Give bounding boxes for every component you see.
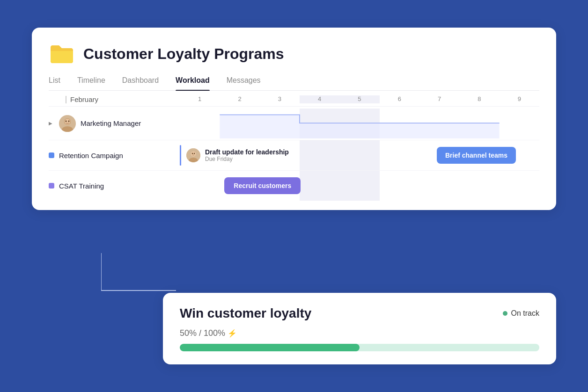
row-label-spacer: February	[49, 95, 180, 103]
workload-grid: February 1 2 3 4 5 6 7 8 9 ▶	[49, 91, 539, 201]
workload-chart	[180, 109, 539, 138]
date-9: 9	[500, 95, 539, 103]
brief-channel-teams-button[interactable]: Brief channel teams	[437, 147, 516, 164]
progress-bar-track	[180, 344, 539, 351]
row-label-marketing: ▶ Marketing Manager	[49, 115, 180, 132]
task-draft-title: Draft update for leadership	[205, 148, 289, 156]
svg-point-10	[194, 153, 195, 154]
loyalty-title: Win customer loyalty	[180, 306, 311, 321]
date-7: 7	[419, 95, 459, 103]
date-2: 2	[220, 95, 259, 103]
date-5: 5	[339, 95, 379, 103]
tab-timeline[interactable]: Timeline	[77, 76, 105, 90]
on-track-label: On track	[511, 309, 539, 318]
task-draft-sub: Due Friday	[205, 156, 289, 162]
outer-wrapper: Customer Loyalty Programs List Timeline …	[18, 14, 570, 378]
progress-label: 50% / 100% ⚡	[180, 328, 539, 338]
loyalty-card: Win customer loyalty On track 50% / 100%…	[163, 293, 556, 364]
csat-dot	[49, 183, 54, 189]
progress-current: 50%	[180, 328, 197, 338]
retention-dates-area: Draft update for leadership Due Friday B…	[180, 140, 539, 170]
retention-divider	[180, 145, 181, 166]
csat-training-label: CSAT Training	[59, 182, 104, 190]
folder-icon	[49, 43, 75, 65]
row-csat-training: CSAT Training Recruit customers	[49, 171, 539, 201]
dates-header: 1 2 3 4 5 6 7 8 9	[180, 95, 539, 103]
on-track-badge: On track	[503, 309, 539, 318]
retention-dot	[49, 152, 54, 158]
progress-bar-fill	[180, 344, 360, 351]
row-label-csat: CSAT Training	[49, 182, 180, 190]
row-marketing-manager: ▶ Marketing Manager	[49, 107, 539, 140]
date-8: 8	[459, 95, 499, 103]
marketing-dates-area	[180, 109, 539, 138]
retention-campaign-label: Retention Campaign	[59, 152, 123, 160]
row-label-retention: Retention Campaign	[49, 152, 180, 160]
svg-point-7	[191, 152, 196, 157]
date-4: 4	[300, 95, 339, 103]
loyalty-card-header: Win customer loyalty On track	[180, 306, 539, 321]
month-divider	[66, 96, 66, 103]
page-title: Customer Loyalty Programs	[83, 45, 284, 63]
csat-dates-area: Recruit customers	[180, 171, 539, 201]
progress-total: 100%	[204, 328, 225, 338]
svg-point-5	[68, 120, 70, 122]
task-draft-update[interactable]: Draft update for leadership Due Friday	[186, 148, 289, 162]
date-6: 6	[380, 95, 419, 103]
recruit-customers-button[interactable]: Recruit customers	[224, 177, 301, 194]
chevron-icon[interactable]: ▶	[49, 121, 52, 126]
on-track-dot	[503, 311, 507, 316]
bolt-icon: ⚡	[228, 329, 237, 337]
tab-dashboard[interactable]: Dashboard	[122, 76, 159, 90]
task-draft-text: Draft update for leadership Due Friday	[205, 148, 289, 162]
tab-messages[interactable]: Messages	[227, 76, 261, 90]
main-card: Customer Loyalty Programs List Timeline …	[32, 28, 556, 210]
svg-point-9	[192, 153, 193, 154]
card-header: Customer Loyalty Programs	[49, 43, 539, 65]
svg-point-4	[66, 120, 67, 122]
date-3: 3	[260, 95, 300, 103]
grid-header: February 1 2 3 4 5 6 7 8 9	[49, 91, 539, 107]
month-label: February	[70, 95, 98, 103]
task-avatar	[186, 148, 200, 162]
row-retention-campaign: Retention Campaign	[49, 140, 539, 171]
tab-bar: List Timeline Dashboard Workload Message…	[49, 76, 539, 91]
tab-workload[interactable]: Workload	[176, 76, 210, 90]
avatar-marketing	[59, 115, 76, 132]
marketing-manager-label: Marketing Manager	[81, 119, 141, 127]
date-1: 1	[180, 95, 220, 103]
tab-list[interactable]: List	[49, 76, 60, 90]
